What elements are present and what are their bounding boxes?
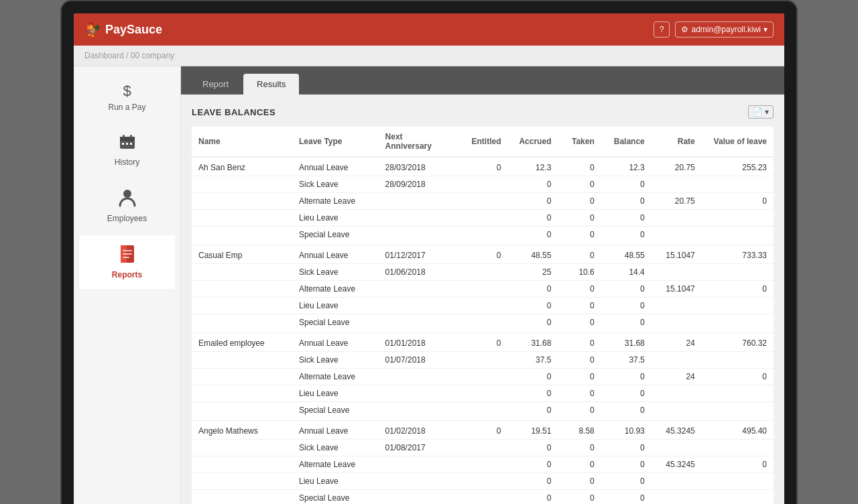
employee-name-cell	[192, 227, 292, 245]
tab-report[interactable]: Report	[189, 74, 242, 94]
export-button[interactable]: 📄 ▾	[748, 105, 774, 119]
svg-rect-4	[122, 143, 124, 145]
table-row: Special Leave000	[192, 490, 774, 505]
leave-type-cell: Lieu Leave	[292, 298, 379, 314]
leave-type-cell: Lieu Leave	[292, 385, 379, 402]
sidebar-item-run-a-pay[interactable]: $ Run a Pay	[79, 73, 175, 121]
employee-name-cell	[192, 473, 292, 490]
employee-name-cell	[192, 352, 292, 369]
svg-rect-6	[130, 143, 132, 145]
balance-cell: 31.68	[601, 333, 652, 352]
taken-cell: 0	[558, 176, 601, 193]
value-cell	[702, 352, 774, 369]
accrued-cell: 37.5	[507, 352, 558, 369]
balance-cell: 0	[601, 402, 652, 421]
value-cell	[702, 298, 774, 314]
app-body: $ Run a Pay	[74, 66, 784, 504]
svg-rect-12	[123, 257, 129, 258]
tab-results[interactable]: Results	[243, 74, 299, 94]
table-row: Sick Leave01/08/2017000	[192, 440, 774, 456]
entitled-cell	[457, 402, 507, 421]
balance-cell: 10.93	[601, 421, 652, 440]
accrued-cell: 48.55	[507, 245, 558, 264]
table-row: Lieu Leave000	[192, 298, 774, 314]
user-label: admin@payroll.kiwi	[691, 25, 761, 34]
anniversary-cell: 01/12/2017	[379, 245, 458, 264]
help-button[interactable]: ?	[654, 21, 670, 38]
rate-cell	[652, 385, 702, 402]
value-cell	[702, 490, 774, 505]
value-cell: 255.23	[702, 157, 774, 176]
leave-type-cell: Special Leave	[292, 314, 379, 333]
taken-cell: 0	[558, 281, 601, 298]
sidebar-item-employees[interactable]: Employees	[79, 179, 175, 233]
col-header-entitled: Entitled	[457, 127, 507, 157]
value-cell: 0	[702, 193, 774, 210]
table-row: Sick Leave01/06/20182510.614.4	[192, 264, 774, 281]
balance-cell: 0	[601, 176, 652, 193]
value-cell	[702, 385, 774, 402]
rate-cell: 24	[652, 369, 702, 385]
employee-name-cell: Casual Emp	[192, 245, 292, 264]
anniversary-cell	[379, 402, 458, 421]
export-icon: 📄	[753, 107, 763, 117]
table-body: Ah San BenzAnnual Leave28/03/2018012.301…	[192, 157, 774, 504]
accrued-cell: 12.3	[507, 157, 558, 176]
accrued-cell: 0	[507, 440, 558, 456]
leave-type-cell: Alternate Leave	[292, 281, 379, 298]
sidebar-label-history: History	[115, 158, 139, 167]
anniversary-cell	[379, 456, 458, 473]
value-cell: 0	[702, 281, 774, 298]
table-row: Casual EmpAnnual Leave01/12/2017048.5504…	[192, 245, 774, 264]
accrued-cell: 0	[507, 298, 558, 314]
leave-type-cell: Annual Leave	[292, 245, 379, 264]
svg-rect-11	[123, 253, 132, 255]
rate-cell	[652, 264, 702, 281]
col-header-value: Value of leave	[702, 127, 774, 157]
entitled-cell	[457, 210, 507, 227]
taken-cell: 0	[558, 245, 601, 264]
taken-cell: 0	[558, 227, 601, 245]
balance-cell: 0	[601, 385, 652, 402]
main-content: Report Results LEAVE BALANCES 📄 ▾	[181, 66, 784, 504]
taken-cell: 0	[558, 473, 601, 490]
taken-cell: 0	[558, 352, 601, 369]
rate-cell	[652, 176, 702, 193]
balance-cell: 0	[601, 298, 652, 314]
table-row: Alternate Leave00020.750	[192, 193, 774, 210]
employee-name-cell	[192, 210, 292, 227]
employee-name-cell	[192, 314, 292, 333]
sidebar: $ Run a Pay	[74, 66, 181, 504]
taken-cell: 0	[558, 298, 601, 314]
accrued-cell: 0	[507, 210, 558, 227]
rate-cell	[652, 402, 702, 421]
accrued-cell: 0	[507, 227, 558, 245]
value-cell	[702, 473, 774, 490]
table-row: Sick Leave01/07/201837.5037.5	[192, 352, 774, 369]
accrued-cell: 19.51	[507, 421, 558, 440]
anniversary-cell: 01/02/2018	[379, 421, 458, 440]
anniversary-cell	[379, 227, 458, 245]
breadcrumb-separator: /	[126, 51, 128, 60]
table-header-row: Name Leave Type Next Anniversary Entitle…	[192, 127, 774, 157]
table-row: Alternate Leave00045.32450	[192, 456, 774, 473]
value-cell: 495.40	[702, 421, 774, 440]
table-row: Sick Leave28/09/2018000	[192, 176, 774, 193]
user-menu-button[interactable]: ⚙ admin@payroll.kiwi ▾	[675, 21, 774, 38]
entitled-cell	[457, 298, 507, 314]
balance-cell: 0	[601, 490, 652, 505]
entitled-cell: 0	[457, 245, 507, 264]
table-row: Lieu Leave000	[192, 473, 774, 490]
accrued-cell: 0	[507, 281, 558, 298]
taken-cell: 0	[558, 157, 601, 176]
rate-cell	[652, 314, 702, 333]
sidebar-item-reports[interactable]: Reports	[79, 235, 175, 289]
accrued-cell: 25	[507, 264, 558, 281]
employee-name-cell: Angelo Mathews	[192, 421, 292, 440]
employee-name-cell	[192, 176, 292, 193]
rate-cell	[652, 440, 702, 456]
entitled-cell	[457, 352, 507, 369]
sidebar-item-history[interactable]: History	[79, 124, 175, 176]
balance-cell: 0	[601, 456, 652, 473]
breadcrumb-dashboard[interactable]: Dashboard	[84, 51, 124, 60]
